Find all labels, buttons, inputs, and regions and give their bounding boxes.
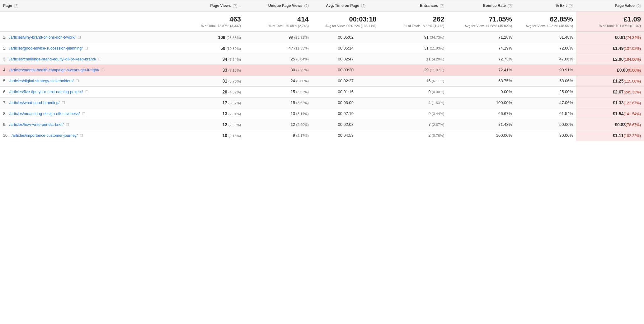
ent-pct: (4.20%): [432, 57, 444, 61]
copy-icon[interactable]: ❐: [80, 134, 84, 138]
copy-icon[interactable]: ❐: [78, 36, 82, 40]
col-ent-label: Entrances: [420, 3, 438, 8]
ent-value: 91: [424, 35, 429, 40]
copy-icon[interactable]: ❐: [76, 79, 80, 83]
exit-help-icon[interactable]: ?: [569, 4, 573, 8]
exit-value: 25.00%: [559, 89, 573, 94]
avg-help-icon[interactable]: ?: [361, 4, 365, 8]
ent-pct: (3.44%): [432, 112, 444, 116]
pv-value: 13: [223, 111, 228, 116]
table-header: Page ? Page Views ? ↓ Unique Page Views …: [0, 0, 644, 12]
col-page-label: Page: [3, 3, 12, 8]
upv-value: 24: [290, 79, 295, 83]
row-number: 5.: [3, 79, 6, 83]
page-link[interactable]: /articles/digital-strategy-stakeholders/: [9, 79, 73, 83]
br-value: 100.00%: [496, 100, 512, 105]
exit-value: 47.06%: [559, 57, 573, 61]
copy-icon[interactable]: ❐: [82, 112, 87, 116]
col-pv-label: Page Views: [210, 3, 231, 8]
page-link[interactable]: /articles/importance-customer-journey/: [12, 133, 78, 138]
pval-help-icon[interactable]: ?: [637, 4, 641, 8]
page-link[interactable]: /articles/measuring-design-effectiveness…: [9, 112, 80, 116]
pv-value: 20: [223, 89, 228, 94]
row-number: 4.: [3, 68, 6, 72]
summary-pval: £1.09: [579, 15, 641, 23]
pval-value: £0.00: [617, 68, 628, 73]
upv-value: 15: [290, 100, 295, 105]
summary-pval-sub: % of Total: 101.87% (£1.07): [579, 24, 641, 28]
copy-icon[interactable]: ❐: [66, 123, 70, 127]
copy-icon[interactable]: ❐: [85, 90, 90, 94]
upv-value: 15: [290, 89, 295, 94]
upv-value: 47: [289, 46, 293, 50]
pval-value: £1.33: [613, 100, 624, 105]
pv-help-icon[interactable]: ?: [233, 4, 237, 8]
pv-value: 34: [223, 57, 228, 62]
exit-value: 61.54%: [559, 111, 573, 116]
page-link[interactable]: /articles/what-good-branding/: [9, 101, 59, 105]
page-link[interactable]: /articles/mental-health-campaign-swears-…: [9, 68, 99, 72]
page-link[interactable]: /articles/good-advice-succession-plannin…: [9, 46, 83, 50]
exit-value: 72.00%: [559, 46, 573, 50]
br-help-icon[interactable]: ?: [508, 4, 512, 8]
pv-pct: (2.16%): [228, 134, 241, 138]
upv-pct: (2.17%): [296, 134, 309, 137]
ent-value: 29: [424, 68, 429, 72]
summary-ent: 262: [383, 15, 444, 23]
copy-icon[interactable]: ❐: [85, 46, 89, 51]
ent-pct: (11.83%): [430, 46, 444, 50]
exit-value: 58.06%: [559, 79, 573, 83]
pv-pct: (2.81%): [228, 112, 241, 116]
col-exit-label: % Exit: [556, 3, 567, 8]
copy-icon[interactable]: ❐: [98, 57, 103, 62]
page-link[interactable]: /articles/how-write-perfect-brief/: [9, 122, 63, 127]
ent-value: 9: [428, 111, 430, 116]
br-value: 74.19%: [498, 46, 512, 50]
ent-help-icon[interactable]: ?: [440, 4, 444, 8]
upv-pct: (5.80%): [296, 79, 309, 83]
row-number: 2.: [3, 46, 6, 50]
pval-value: £1.54: [613, 111, 624, 116]
page-help-icon[interactable]: ?: [14, 4, 18, 8]
pv-sort-icon[interactable]: ↓: [239, 4, 241, 8]
pv-pct: (6.70%): [228, 79, 241, 83]
summary-row: 463 % of Total: 13.87% (3,337) 414 % of …: [0, 11, 644, 32]
br-value: 72.73%: [498, 57, 512, 61]
upv-help-icon[interactable]: ?: [304, 4, 309, 8]
pval-value: £1.11: [613, 133, 624, 138]
upv-pct: (6.04%): [296, 57, 309, 61]
upv-pct: (11.35%): [294, 46, 309, 50]
col-br-label: Bounce Rate: [483, 3, 505, 8]
pv-pct: (23.33%): [226, 36, 241, 40]
br-value: 66.67%: [498, 111, 512, 116]
copy-icon[interactable]: ❐: [62, 101, 66, 105]
avg-value: 00:01:16: [338, 89, 354, 94]
upv-pct: (2.90%): [296, 123, 309, 126]
pval-value: £0.81: [615, 35, 626, 40]
table-row: 9. /articles/how-write-perfect-brief/ ❐ …: [0, 119, 644, 130]
avg-value: 00:03:20: [338, 68, 354, 72]
copy-icon[interactable]: ❐: [101, 68, 106, 73]
upv-value: 12: [290, 122, 295, 127]
ent-pct: (0.00%): [432, 90, 444, 94]
upv-value: 13: [290, 111, 295, 116]
pv-value: 10: [223, 133, 228, 138]
pval-pct: (0.00%): [628, 68, 641, 73]
page-link[interactable]: /articles/five-tips-your-next-naming-pro…: [9, 90, 83, 94]
upv-pct: (23.91%): [294, 36, 309, 39]
exit-value: 90.91%: [559, 68, 573, 72]
ent-pct: (1.53%): [432, 101, 444, 105]
page-link[interactable]: /articles/challenge-brand-equity-kill-or…: [9, 57, 96, 61]
page-link[interactable]: /articles/why-brand-onions-don-t-work/: [9, 35, 76, 40]
br-value: 71.43%: [498, 122, 512, 127]
upv-value: 99: [289, 35, 293, 40]
table-row: 6. /articles/five-tips-your-next-naming-…: [0, 86, 644, 97]
table-row: 2. /articles/good-advice-succession-plan…: [0, 43, 644, 54]
summary-br: 71.05%: [450, 15, 512, 23]
pval-value: £1.49: [613, 46, 624, 51]
pval-pct: (245.33%): [624, 90, 641, 94]
pval-value: £0.83: [615, 122, 626, 127]
pval-pct: (122.67%): [624, 101, 641, 105]
row-number: 8.: [3, 112, 6, 116]
ent-value: 7: [428, 122, 430, 127]
